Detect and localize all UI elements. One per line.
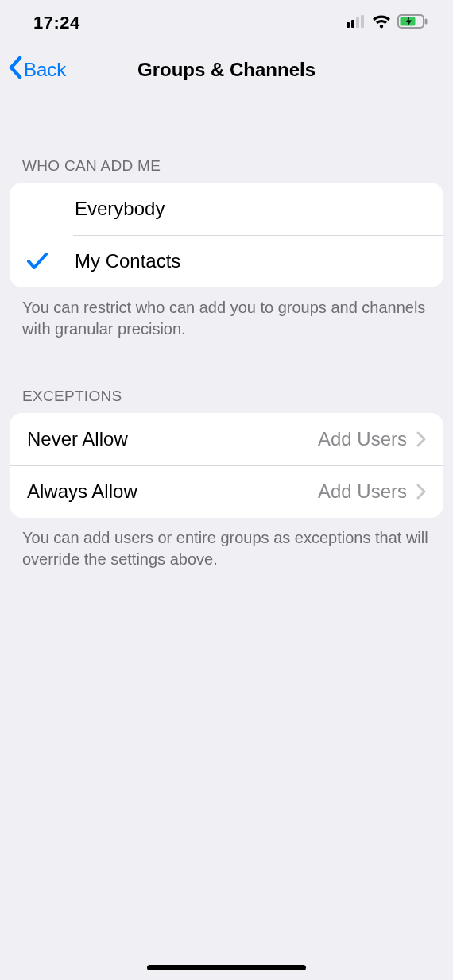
chevron-right-icon <box>416 484 426 500</box>
svg-rect-2 <box>356 17 359 28</box>
svg-rect-0 <box>347 22 350 28</box>
exceptions-list: Never Allow Add Users Always Allow Add U… <box>10 413 443 518</box>
section-footer-exceptions: You can add users or entire groups as ex… <box>0 518 453 570</box>
page-title: Groups & Channels <box>0 59 453 81</box>
option-everybody[interactable]: Everybody <box>10 183 443 235</box>
status-time: 17:24 <box>33 13 80 33</box>
row-label: Always Allow <box>27 480 137 503</box>
row-never-allow[interactable]: Never Allow Add Users <box>10 413 443 465</box>
row-detail: Add Users <box>318 428 407 450</box>
section-header-who: WHO CAN ADD ME <box>0 157 453 183</box>
svg-rect-1 <box>351 20 354 28</box>
home-indicator[interactable] <box>147 965 306 970</box>
status-indicators <box>347 14 428 32</box>
checkmark-icon <box>27 252 75 271</box>
cellular-icon <box>347 15 366 31</box>
chevron-right-icon <box>416 431 426 447</box>
wifi-icon <box>372 14 391 32</box>
row-label: Never Allow <box>27 428 128 450</box>
status-bar: 17:24 <box>0 0 453 46</box>
section-header-exceptions: EXCEPTIONS <box>0 388 453 413</box>
nav-bar: Back Groups & Channels <box>0 46 453 94</box>
option-my-contacts[interactable]: My Contacts <box>10 235 443 287</box>
who-can-add-list: Everybody My Contacts <box>10 183 443 287</box>
back-label: Back <box>24 59 66 81</box>
back-button[interactable]: Back <box>8 56 66 84</box>
option-label: Everybody <box>75 198 165 220</box>
row-detail: Add Users <box>318 480 407 503</box>
chevron-left-icon <box>8 56 22 84</box>
section-footer-who: You can restrict who can add you to grou… <box>0 287 453 340</box>
row-always-allow[interactable]: Always Allow Add Users <box>10 465 443 518</box>
option-label: My Contacts <box>75 250 180 272</box>
battery-icon <box>397 14 428 32</box>
svg-rect-3 <box>361 15 364 28</box>
svg-rect-6 <box>425 19 428 25</box>
